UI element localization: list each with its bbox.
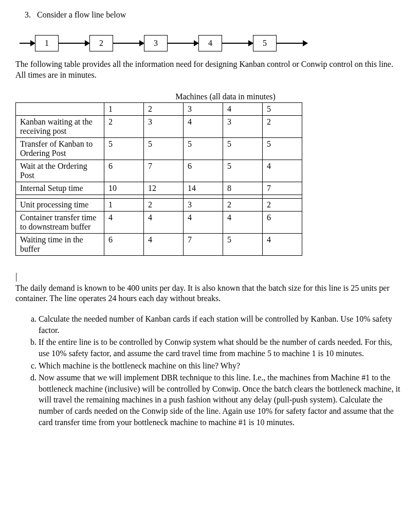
table-cell: 3 [144,115,184,137]
table-header-col: 4 [223,102,263,115]
table-cell: 5 [263,137,302,160]
subpart-item: Which machine is the bottleneck machine … [39,360,405,372]
subparts-list: Calculate the needed number of Kanban ca… [15,313,405,428]
table-cell: 14 [184,182,223,195]
table-cell: 8 [223,182,263,195]
table-spacer-row [16,195,302,198]
table-row: Waiting time in the buffer64754 [16,233,302,255]
table-cell: 6 [184,160,223,182]
table-cell: 4 [184,211,223,233]
table-cell: 4 [223,211,263,233]
table-header-empty [16,102,104,115]
table-row-label: Wait at the Ordering Post [16,160,104,182]
table-cell: 7 [144,160,184,182]
question-heading: 3. Consider a flow line below [15,10,405,20]
flow-box-2: 2 [89,35,113,51]
table-cell: 4 [263,160,302,182]
table-row: Kanban waiting at the receiving post2343… [16,115,302,137]
table-cell: 4 [184,115,223,137]
question-number: 3. [25,10,31,19]
arrow-icon [222,43,253,44]
table-cell: 5 [223,137,263,160]
table-cell: 7 [263,182,302,195]
arrow-icon [113,43,144,44]
flow-box-3: 3 [144,35,168,51]
table-cell: 10 [104,182,144,195]
table-row-label: Transfer of Kanban to Ordering Post [16,137,104,160]
table-row: Transfer of Kanban to Ordering Post55555 [16,137,302,160]
text-cursor-icon: | [15,271,405,282]
table-cell: 4 [144,211,184,233]
table-row-label: Unit processing time [16,198,104,211]
table-row-label: Kanban waiting at the receiving post [16,115,104,137]
demand-paragraph: The daily demand is known to be 400 unit… [15,283,405,305]
table-cell: 12 [144,182,184,195]
arrow-icon [277,43,307,44]
flow-box-5: 5 [253,35,277,51]
arrow-icon [59,43,89,44]
flow-box-1: 1 [35,35,59,51]
table-row: Wait at the Ordering Post67654 [16,160,302,182]
table-cell: 5 [104,137,144,160]
table-cell: 2 [263,115,302,137]
table-cell: 2 [223,198,263,211]
table-cell: 6 [263,211,302,233]
table-cell: 6 [104,233,144,255]
table-cell: 2 [144,198,184,211]
subpart-item: If the entire line is to be controlled b… [39,337,405,359]
table-row: Internal Setup time10121487 [16,182,302,195]
machines-table: 12345Kanban waiting at the receiving pos… [15,102,302,256]
table-row-label: Container transfer time to downstream bu… [16,211,104,233]
table-title: Machines (all data in minutes) [46,92,405,101]
table-cell: 7 [184,233,223,255]
table-cell: 4 [104,211,144,233]
table-cell: 5 [223,160,263,182]
table-row: Container transfer time to downstream bu… [16,211,302,233]
table-row: Unit processing time12322 [16,198,302,211]
table-cell: 2 [104,115,144,137]
subpart-item: Calculate the needed number of Kanban ca… [39,313,405,336]
arrow-icon [20,43,35,44]
subpart-item: Now assume that we will implement DBR te… [39,372,405,428]
table-cell: 1 [104,198,144,211]
table-cell: 4 [263,233,302,255]
table-cell: 4 [144,233,184,255]
table-header-col: 2 [144,102,184,115]
question-prompt: Consider a flow line below [37,10,126,19]
table-cell: 3 [184,198,223,211]
table-header-col: 1 [104,102,144,115]
flow-line-diagram: 1 2 3 4 5 [20,35,405,51]
intro-paragraph: The following table provides all the inf… [15,59,405,81]
table-cell: 6 [104,160,144,182]
table-cell: 3 [223,115,263,137]
table-header-col: 5 [263,102,302,115]
flow-box-4: 4 [198,35,222,51]
table-row-label: Waiting time in the buffer [16,233,104,255]
table-cell: 5 [223,233,263,255]
table-header-col: 3 [184,102,223,115]
arrow-icon [168,43,198,44]
table-cell: 2 [263,198,302,211]
table-row-label: Internal Setup time [16,182,104,195]
table-cell: 5 [144,137,184,160]
table-cell: 5 [184,137,223,160]
